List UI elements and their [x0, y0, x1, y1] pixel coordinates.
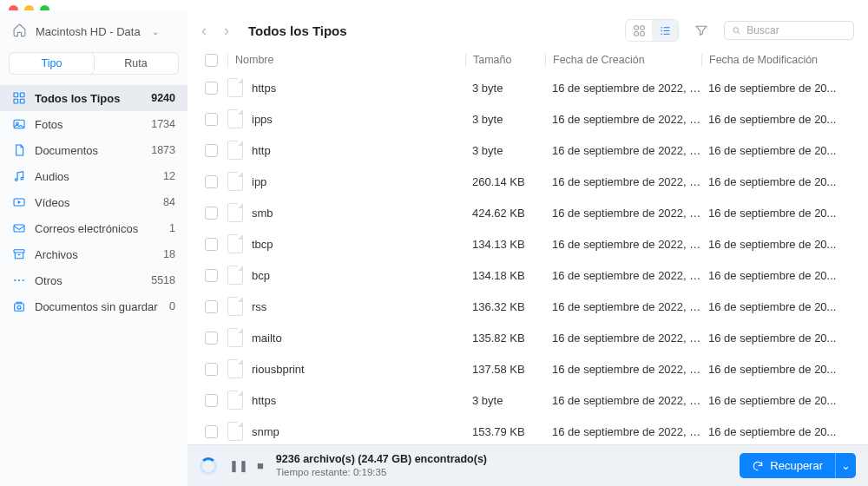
search-box[interactable] — [724, 21, 854, 40]
row-checkbox[interactable] — [205, 207, 218, 220]
table-row[interactable]: snmp153.79 KB16 de septiembre de 2022, 4… — [187, 416, 868, 444]
list-view-button[interactable] — [652, 20, 678, 41]
pause-button[interactable]: ❚❚ — [229, 459, 248, 472]
table-row[interactable]: bcp134.18 KB16 de septiembre de 2022, 4.… — [187, 259, 868, 291]
select-all-checkbox[interactable] — [205, 54, 218, 67]
svg-rect-1 — [20, 93, 24, 97]
svg-point-13 — [23, 279, 24, 281]
audio-icon — [12, 169, 26, 183]
sidebar-item-photo[interactable]: Fotos1734 — [0, 111, 187, 137]
file-modified: 16 de septiembre de 20... — [701, 363, 854, 376]
row-checkbox[interactable] — [205, 363, 218, 376]
row-checkbox[interactable] — [205, 113, 218, 126]
svg-point-12 — [18, 279, 20, 281]
archive-icon — [12, 247, 26, 261]
file-size: 153.79 KB — [465, 425, 545, 438]
file-icon — [227, 422, 243, 441]
svg-point-22 — [661, 30, 662, 31]
svg-rect-0 — [14, 93, 18, 97]
file-name: rss — [252, 300, 266, 313]
content-area: ‹ › Todos los Tipos — [187, 10, 868, 486]
scan-status: 9236 archivo(s) (24.47 GB) encontrado(s)… — [276, 453, 487, 479]
table-row[interactable]: https3 byte16 de septiembre de 2022, 4..… — [187, 72, 868, 103]
file-icon — [227, 359, 243, 378]
row-checkbox[interactable] — [205, 425, 218, 438]
stop-button[interactable]: ■ — [257, 459, 264, 472]
file-modified: 16 de septiembre de 20... — [701, 144, 854, 157]
recover-button[interactable]: Recuperar — [740, 453, 835, 478]
file-created: 16 de septiembre de 2022, 4... — [545, 394, 701, 407]
nav-forward-button[interactable]: › — [217, 22, 236, 40]
search-input[interactable] — [746, 24, 846, 36]
grid-view-button[interactable] — [626, 20, 652, 41]
table-row[interactable]: tbcp134.13 KB16 de septiembre de 2022, 4… — [187, 228, 868, 259]
column-header-size[interactable]: Tamaño — [465, 54, 545, 67]
breadcrumb[interactable]: Macintosh HD - Data ⌄ — [0, 19, 187, 52]
file-name: tbcp — [252, 238, 273, 251]
sidebar-item-mail[interactable]: Correos electrónicos1 — [0, 215, 187, 241]
column-header-created[interactable]: Fecha de Creación — [545, 54, 701, 67]
sidebar-item-doc[interactable]: Documentos1873 — [0, 137, 187, 163]
svg-point-15 — [17, 305, 21, 309]
file-created: 16 de septiembre de 2022, 4... — [545, 300, 701, 313]
file-created: 16 de septiembre de 2022, 4... — [545, 207, 701, 220]
recover-button-label: Recuperar — [770, 459, 823, 472]
scan-spinner-icon — [200, 457, 217, 475]
window-traffic-lights — [0, 0, 868, 10]
column-header-modified[interactable]: Fecha de Modificación — [701, 54, 854, 67]
table-row[interactable]: mailto135.82 KB16 de septiembre de 2022,… — [187, 322, 868, 353]
table-row[interactable]: ipp260.14 KB16 de septiembre de 2022, 4.… — [187, 166, 868, 197]
file-size: 134.13 KB — [465, 238, 545, 251]
file-name: http — [252, 144, 271, 157]
row-checkbox[interactable] — [205, 269, 218, 282]
file-icon — [227, 234, 243, 253]
refresh-icon — [752, 460, 764, 472]
svg-point-7 — [21, 177, 23, 180]
row-checkbox[interactable] — [205, 238, 218, 251]
table-row[interactable]: https3 byte16 de septiembre de 2022, 4..… — [187, 384, 868, 416]
row-checkbox[interactable] — [205, 175, 218, 188]
file-modified: 16 de septiembre de 20... — [701, 207, 854, 220]
sidebar-item-count: 1734 — [151, 118, 175, 130]
svg-point-11 — [14, 279, 16, 281]
segment-type[interactable]: Tipo — [10, 53, 94, 74]
file-modified: 16 de septiembre de 20... — [701, 175, 854, 188]
row-checkbox[interactable] — [205, 332, 218, 345]
row-checkbox[interactable] — [205, 394, 218, 407]
table-row[interactable]: rss136.32 KB16 de septiembre de 2022, 4.… — [187, 291, 868, 322]
table-row[interactable]: riousbprint137.58 KB16 de septiembre de … — [187, 353, 868, 384]
file-size: 135.82 KB — [465, 332, 545, 345]
sidebar-item-unsaved[interactable]: Documentos sin guardar0 — [0, 293, 187, 319]
status-footer: ❚❚ ■ 9236 archivo(s) (24.47 GB) encontra… — [187, 444, 868, 486]
recover-dropdown-button[interactable]: ⌄ — [835, 453, 856, 478]
row-checkbox[interactable] — [205, 144, 218, 157]
search-icon — [732, 25, 741, 36]
sidebar-item-audio[interactable]: Audios12 — [0, 163, 187, 189]
svg-rect-18 — [634, 31, 637, 35]
sidebar-item-count: 1 — [169, 222, 175, 234]
file-size: 137.58 KB — [465, 363, 545, 376]
filter-button[interactable] — [691, 20, 712, 41]
file-modified: 16 de septiembre de 20... — [701, 238, 854, 251]
file-modified: 16 de septiembre de 20... — [701, 425, 854, 438]
row-checkbox[interactable] — [205, 82, 218, 95]
row-checkbox[interactable] — [205, 300, 218, 313]
table-row[interactable]: http3 byte16 de septiembre de 2022, 4...… — [187, 135, 868, 166]
sidebar-item-other[interactable]: Otros5518 — [0, 267, 187, 293]
nav-back-button[interactable]: ‹ — [194, 22, 214, 40]
table-row[interactable]: ipps3 byte16 de septiembre de 2022, 4...… — [187, 103, 868, 135]
sidebar-item-video[interactable]: Vídeos84 — [0, 189, 187, 215]
svg-rect-10 — [14, 250, 24, 253]
column-header-name[interactable]: Nombre — [227, 54, 465, 67]
sidebar-item-count: 0 — [169, 300, 175, 312]
sidebar-item-label: Audios — [35, 170, 155, 183]
sidebar-item-archive[interactable]: Archivos18 — [0, 241, 187, 267]
table-row[interactable]: smb424.62 KB16 de septiembre de 2022, 4.… — [187, 197, 868, 228]
sidebar-item-grid[interactable]: Todos los Tipos9240 — [0, 85, 187, 111]
segment-path[interactable]: Ruta — [94, 53, 178, 74]
file-name: bcp — [252, 269, 270, 282]
sidebar-item-count: 1873 — [151, 144, 175, 156]
file-size: 3 byte — [465, 394, 545, 407]
file-modified: 16 de septiembre de 20... — [701, 300, 854, 313]
file-created: 16 de septiembre de 2022, 4... — [545, 269, 701, 282]
